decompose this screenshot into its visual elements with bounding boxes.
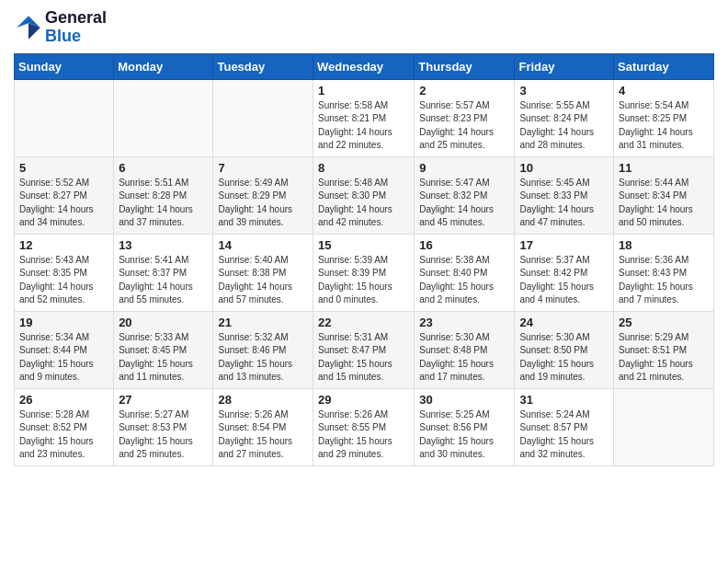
cell-info: Sunrise: 5:43 AM Sunset: 8:35 PM Dayligh… xyxy=(19,254,108,307)
calendar-cell: 20Sunrise: 5:33 AM Sunset: 8:45 PM Dayli… xyxy=(114,311,213,388)
week-row-3: 12Sunrise: 5:43 AM Sunset: 8:35 PM Dayli… xyxy=(15,234,714,311)
cell-info: Sunrise: 5:30 AM Sunset: 8:48 PM Dayligh… xyxy=(419,331,509,385)
day-number: 1 xyxy=(318,84,409,98)
day-number: 16 xyxy=(419,238,509,252)
day-number: 27 xyxy=(119,393,208,407)
day-number: 10 xyxy=(519,161,609,175)
cell-info: Sunrise: 5:33 AM Sunset: 8:45 PM Dayligh… xyxy=(119,331,208,385)
week-row-2: 5Sunrise: 5:52 AM Sunset: 8:27 PM Daylig… xyxy=(15,156,714,234)
logo-general: General xyxy=(45,8,107,27)
calendar-cell xyxy=(114,79,213,156)
cell-info: Sunrise: 5:36 AM Sunset: 8:43 PM Dayligh… xyxy=(619,254,709,307)
day-number: 25 xyxy=(619,316,709,329)
day-header-friday: Friday xyxy=(515,53,614,79)
logo-icon xyxy=(14,13,43,42)
svg-marker-1 xyxy=(28,23,40,40)
day-number: 3 xyxy=(519,84,609,98)
calendar-cell: 18Sunrise: 5:36 AM Sunset: 8:43 PM Dayli… xyxy=(614,234,714,311)
header-row: SundayMondayTuesdayWednesdayThursdayFrid… xyxy=(15,53,714,79)
cell-info: Sunrise: 5:26 AM Sunset: 8:55 PM Dayligh… xyxy=(318,408,409,462)
calendar: SundayMondayTuesdayWednesdayThursdayFrid… xyxy=(14,53,714,466)
cell-info: Sunrise: 5:41 AM Sunset: 8:37 PM Dayligh… xyxy=(119,254,208,307)
day-number: 29 xyxy=(318,393,409,407)
calendar-cell: 12Sunrise: 5:43 AM Sunset: 8:35 PM Dayli… xyxy=(15,234,114,311)
cell-info: Sunrise: 5:57 AM Sunset: 8:23 PM Dayligh… xyxy=(419,99,509,153)
day-number: 14 xyxy=(218,238,308,252)
calendar-cell: 22Sunrise: 5:31 AM Sunset: 8:47 PM Dayli… xyxy=(313,311,415,388)
cell-info: Sunrise: 5:29 AM Sunset: 8:51 PM Dayligh… xyxy=(619,331,709,385)
calendar-cell: 16Sunrise: 5:38 AM Sunset: 8:40 PM Dayli… xyxy=(415,234,515,311)
calendar-cell: 19Sunrise: 5:34 AM Sunset: 8:44 PM Dayli… xyxy=(15,311,114,388)
calendar-cell: 5Sunrise: 5:52 AM Sunset: 8:27 PM Daylig… xyxy=(15,156,114,234)
day-number: 12 xyxy=(19,238,108,252)
day-number: 13 xyxy=(119,238,208,252)
cell-info: Sunrise: 5:27 AM Sunset: 8:53 PM Dayligh… xyxy=(119,408,208,462)
day-number: 5 xyxy=(19,161,108,175)
calendar-cell: 13Sunrise: 5:41 AM Sunset: 8:37 PM Dayli… xyxy=(114,234,213,311)
day-number: 23 xyxy=(419,316,509,329)
cell-info: Sunrise: 5:52 AM Sunset: 8:27 PM Dayligh… xyxy=(19,177,108,230)
calendar-cell xyxy=(15,79,114,156)
cell-info: Sunrise: 5:45 AM Sunset: 8:33 PM Dayligh… xyxy=(519,177,609,230)
day-number: 19 xyxy=(19,316,108,329)
day-header-sunday: Sunday xyxy=(15,53,114,79)
cell-info: Sunrise: 5:30 AM Sunset: 8:50 PM Dayligh… xyxy=(519,331,609,385)
calendar-cell: 29Sunrise: 5:26 AM Sunset: 8:55 PM Dayli… xyxy=(313,388,415,465)
day-number: 6 xyxy=(119,161,208,175)
cell-info: Sunrise: 5:44 AM Sunset: 8:34 PM Dayligh… xyxy=(619,177,709,230)
calendar-cell: 21Sunrise: 5:32 AM Sunset: 8:46 PM Dayli… xyxy=(213,311,313,388)
cell-info: Sunrise: 5:26 AM Sunset: 8:54 PM Dayligh… xyxy=(218,408,308,462)
calendar-cell: 8Sunrise: 5:48 AM Sunset: 8:30 PM Daylig… xyxy=(313,156,415,234)
cell-info: Sunrise: 5:54 AM Sunset: 8:25 PM Dayligh… xyxy=(619,99,709,153)
cell-info: Sunrise: 5:31 AM Sunset: 8:47 PM Dayligh… xyxy=(318,331,409,385)
day-number: 8 xyxy=(318,161,409,175)
calendar-cell: 11Sunrise: 5:44 AM Sunset: 8:34 PM Dayli… xyxy=(614,156,714,234)
day-number: 31 xyxy=(519,393,609,407)
day-number: 2 xyxy=(419,84,509,98)
cell-info: Sunrise: 5:24 AM Sunset: 8:57 PM Dayligh… xyxy=(519,408,609,462)
week-row-4: 19Sunrise: 5:34 AM Sunset: 8:44 PM Dayli… xyxy=(15,311,714,388)
calendar-cell: 7Sunrise: 5:49 AM Sunset: 8:29 PM Daylig… xyxy=(213,156,313,234)
logo: General Blue xyxy=(14,9,107,46)
cell-info: Sunrise: 5:40 AM Sunset: 8:38 PM Dayligh… xyxy=(218,254,308,307)
calendar-cell: 24Sunrise: 5:30 AM Sunset: 8:50 PM Dayli… xyxy=(515,311,614,388)
day-number: 22 xyxy=(318,316,409,329)
calendar-cell: 3Sunrise: 5:55 AM Sunset: 8:24 PM Daylig… xyxy=(515,79,614,156)
calendar-cell: 6Sunrise: 5:51 AM Sunset: 8:28 PM Daylig… xyxy=(114,156,213,234)
day-number: 28 xyxy=(218,393,308,407)
cell-info: Sunrise: 5:48 AM Sunset: 8:30 PM Dayligh… xyxy=(318,177,409,230)
cell-info: Sunrise: 5:47 AM Sunset: 8:32 PM Dayligh… xyxy=(419,177,509,230)
calendar-cell xyxy=(213,79,313,156)
calendar-cell: 15Sunrise: 5:39 AM Sunset: 8:39 PM Dayli… xyxy=(313,234,415,311)
calendar-cell: 30Sunrise: 5:25 AM Sunset: 8:56 PM Dayli… xyxy=(415,388,515,465)
day-number: 21 xyxy=(218,316,308,329)
day-number: 9 xyxy=(419,161,509,175)
cell-info: Sunrise: 5:51 AM Sunset: 8:28 PM Dayligh… xyxy=(119,177,208,230)
calendar-cell: 4Sunrise: 5:54 AM Sunset: 8:25 PM Daylig… xyxy=(614,79,714,156)
page: General Blue SundayMondayTuesdayWednesda… xyxy=(0,0,728,480)
logo-blue: Blue xyxy=(45,27,81,45)
day-header-tuesday: Tuesday xyxy=(213,53,313,79)
calendar-cell: 26Sunrise: 5:28 AM Sunset: 8:52 PM Dayli… xyxy=(15,388,114,465)
cell-info: Sunrise: 5:55 AM Sunset: 8:24 PM Dayligh… xyxy=(519,99,609,153)
calendar-cell xyxy=(614,388,714,465)
day-number: 4 xyxy=(619,84,709,98)
calendar-cell: 2Sunrise: 5:57 AM Sunset: 8:23 PM Daylig… xyxy=(415,79,515,156)
logo-text: General Blue xyxy=(45,9,107,46)
day-number: 24 xyxy=(519,316,609,329)
day-number: 7 xyxy=(218,161,308,175)
day-header-saturday: Saturday xyxy=(614,53,714,79)
calendar-cell: 10Sunrise: 5:45 AM Sunset: 8:33 PM Dayli… xyxy=(515,156,614,234)
cell-info: Sunrise: 5:32 AM Sunset: 8:46 PM Dayligh… xyxy=(218,331,308,385)
cell-info: Sunrise: 5:37 AM Sunset: 8:42 PM Dayligh… xyxy=(519,254,609,307)
cell-info: Sunrise: 5:34 AM Sunset: 8:44 PM Dayligh… xyxy=(19,331,108,385)
cell-info: Sunrise: 5:28 AM Sunset: 8:52 PM Dayligh… xyxy=(19,408,108,462)
day-number: 15 xyxy=(318,238,409,252)
day-number: 20 xyxy=(119,316,208,329)
day-number: 11 xyxy=(619,161,709,175)
cell-info: Sunrise: 5:39 AM Sunset: 8:39 PM Dayligh… xyxy=(318,254,409,307)
calendar-cell: 1Sunrise: 5:58 AM Sunset: 8:21 PM Daylig… xyxy=(313,79,415,156)
day-header-thursday: Thursday xyxy=(415,53,515,79)
calendar-cell: 25Sunrise: 5:29 AM Sunset: 8:51 PM Dayli… xyxy=(614,311,714,388)
calendar-cell: 9Sunrise: 5:47 AM Sunset: 8:32 PM Daylig… xyxy=(415,156,515,234)
